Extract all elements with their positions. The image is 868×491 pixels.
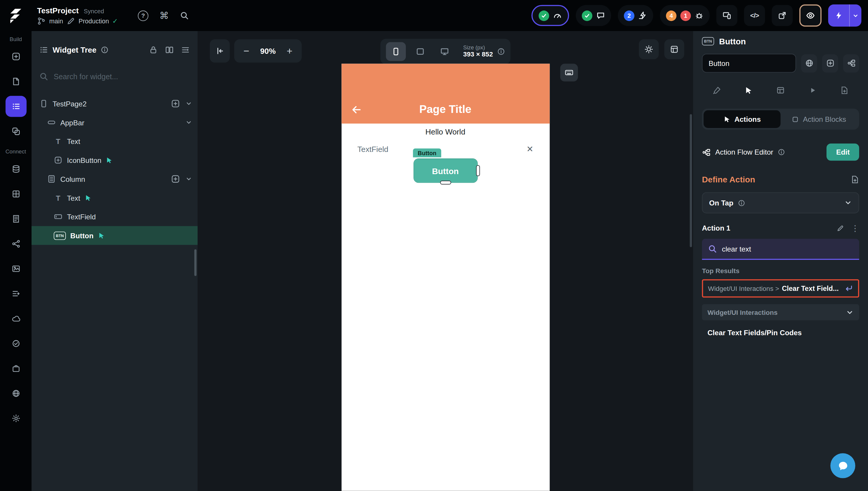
flutterflow-logo[interactable] bbox=[0, 7, 32, 24]
resize-handle-bottom[interactable] bbox=[440, 181, 451, 184]
preview-textfield-widget[interactable]: TextField ✕ bbox=[341, 143, 550, 155]
rail-automations[interactable] bbox=[5, 283, 26, 304]
panel-scrollbar[interactable] bbox=[194, 249, 196, 276]
rail-settings[interactable] bbox=[5, 408, 26, 429]
result-item[interactable]: Clear Text Fields/Pin Codes bbox=[702, 329, 859, 337]
widget-tree: TestPage2 AppBar bbox=[32, 94, 197, 245]
issues-status-pill[interactable]: 4 1 bbox=[660, 5, 710, 26]
preview-button-widget[interactable]: Button bbox=[414, 159, 477, 182]
edit-flow-button[interactable]: Edit bbox=[827, 143, 859, 161]
phone-preview[interactable]: Page Title Hello World TextField ✕ Butto… bbox=[341, 64, 550, 491]
rail-tests[interactable] bbox=[5, 358, 26, 379]
canvas-settings-button[interactable] bbox=[664, 39, 684, 59]
command-palette-icon[interactable]: ⌘ bbox=[159, 11, 169, 20]
textfield-label: TextField bbox=[358, 145, 389, 153]
edit-environment-icon[interactable] bbox=[66, 16, 75, 25]
info-icon bbox=[738, 199, 745, 206]
lock-icon[interactable] bbox=[149, 46, 158, 54]
selected-widget[interactable]: Button Button bbox=[414, 159, 477, 182]
tree-item-column[interactable]: Column bbox=[32, 170, 197, 189]
widget-name-input[interactable] bbox=[702, 54, 796, 73]
tree-item-text[interactable]: T Text bbox=[32, 132, 197, 151]
tab-actions[interactable] bbox=[742, 83, 756, 97]
chevron-down-icon[interactable] bbox=[185, 176, 192, 182]
zoom-level[interactable]: 90% bbox=[255, 47, 281, 55]
comments-status-pill[interactable] bbox=[576, 5, 611, 26]
rail-components[interactable] bbox=[5, 121, 26, 142]
rail-database[interactable] bbox=[5, 158, 26, 179]
help-icon[interactable]: ? bbox=[138, 10, 149, 21]
rail-pages[interactable] bbox=[5, 71, 26, 92]
rail-localization[interactable] bbox=[5, 382, 26, 404]
rail-checks[interactable] bbox=[5, 333, 26, 354]
keyboard-toggle-button[interactable] bbox=[560, 64, 578, 82]
widget-search-input[interactable] bbox=[54, 73, 164, 81]
branch-name[interactable]: main bbox=[49, 18, 63, 24]
run-options-caret[interactable] bbox=[849, 4, 861, 27]
resize-handle-right[interactable] bbox=[476, 165, 479, 176]
convert-to-component-button[interactable] bbox=[843, 54, 859, 73]
project-name[interactable]: TestProject bbox=[37, 6, 79, 15]
tab-properties[interactable] bbox=[774, 83, 788, 97]
global-properties-button[interactable] bbox=[801, 54, 817, 73]
action-search[interactable] bbox=[702, 239, 859, 260]
selection-chip: Button bbox=[412, 148, 441, 157]
rail-schema[interactable] bbox=[5, 183, 26, 204]
search-icon[interactable] bbox=[180, 11, 189, 20]
result-group-header[interactable]: Widget/UI Interactions bbox=[702, 304, 859, 320]
widget-search[interactable] bbox=[39, 66, 190, 86]
chevron-down-icon[interactable] bbox=[185, 100, 192, 107]
tree-item-appbar[interactable]: AppBar bbox=[32, 113, 197, 132]
device-tablet-button[interactable] bbox=[410, 42, 430, 61]
run-button[interactable] bbox=[828, 4, 861, 27]
edit-action-icon[interactable] bbox=[836, 224, 844, 232]
tab-style[interactable] bbox=[710, 83, 724, 97]
zoom-in-button[interactable]: + bbox=[281, 42, 298, 60]
canvas[interactable]: − 90% + Size (px) 393 × 852 bbox=[197, 31, 693, 491]
canvas-scrollbar[interactable] bbox=[690, 114, 692, 247]
rail-documents[interactable] bbox=[5, 208, 26, 229]
clear-text-icon[interactable]: ✕ bbox=[526, 144, 533, 154]
trigger-select[interactable]: On Tap bbox=[702, 192, 859, 213]
tree-item-textfield[interactable]: TextField bbox=[32, 207, 197, 226]
search-result-highlighted[interactable]: Widget/UI Interactions > Clear Text Fiel… bbox=[702, 279, 859, 298]
share-button[interactable] bbox=[772, 5, 793, 26]
rail-api[interactable] bbox=[5, 233, 26, 254]
tab-documentation[interactable] bbox=[837, 83, 851, 97]
segment-actions[interactable]: Actions bbox=[704, 110, 781, 128]
environment-name[interactable]: Production bbox=[79, 18, 109, 24]
view-code-button[interactable]: </> bbox=[744, 5, 765, 26]
rail-cloud-functions[interactable] bbox=[5, 308, 26, 329]
analyzer-status-pill[interactable]: 2 bbox=[618, 5, 653, 26]
device-phone-button[interactable] bbox=[386, 42, 405, 61]
tree-item-iconbutton[interactable]: IconButton bbox=[32, 151, 197, 170]
tree-item-testpage2[interactable]: TestPage2 bbox=[32, 94, 197, 113]
tab-animations[interactable] bbox=[805, 83, 819, 97]
device-preview-button[interactable] bbox=[716, 5, 737, 26]
support-chat-button[interactable] bbox=[831, 453, 855, 478]
action-search-input[interactable] bbox=[722, 245, 843, 253]
rail-media[interactable] bbox=[5, 258, 26, 279]
zoom-out-button[interactable]: − bbox=[238, 42, 255, 60]
device-desktop-button[interactable] bbox=[434, 42, 454, 61]
preview-button[interactable] bbox=[800, 4, 822, 27]
copy-action-icon[interactable] bbox=[850, 175, 859, 183]
collapse-tree-icon[interactable] bbox=[181, 46, 190, 54]
chevron-down-icon bbox=[846, 308, 854, 316]
add-widget-icon[interactable] bbox=[171, 99, 180, 108]
preview-appbar[interactable]: Page Title bbox=[341, 64, 550, 123]
theme-toggle-button[interactable] bbox=[639, 39, 659, 59]
tree-item-text2[interactable]: T Text bbox=[32, 188, 197, 207]
collapse-panel-button[interactable] bbox=[210, 39, 229, 63]
segment-action-blocks[interactable]: Action Blocks bbox=[781, 110, 858, 128]
panels-icon[interactable] bbox=[165, 46, 174, 54]
add-widget-icon[interactable] bbox=[171, 174, 180, 183]
rail-widget-tree[interactable] bbox=[5, 95, 26, 116]
chevron-down-icon[interactable] bbox=[185, 119, 192, 126]
action-menu-icon[interactable]: ⋮ bbox=[851, 224, 859, 232]
rail-add-widget[interactable] bbox=[5, 46, 26, 67]
performance-status-pill[interactable] bbox=[531, 5, 569, 26]
copy-widget-button[interactable] bbox=[822, 54, 838, 73]
tree-item-button[interactable]: BTN Button bbox=[32, 226, 197, 245]
preview-text-widget[interactable]: Hello World bbox=[341, 127, 550, 136]
